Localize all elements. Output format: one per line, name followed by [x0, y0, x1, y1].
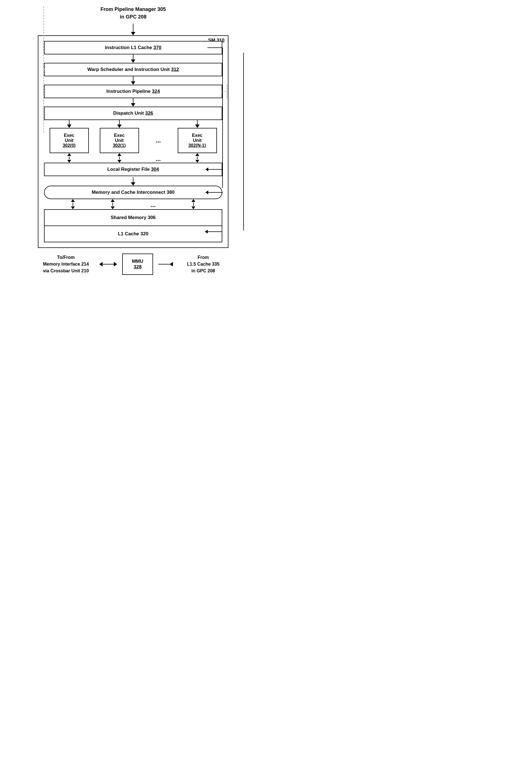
exec-bidir-arrows-row: ...	[44, 153, 222, 163]
warp-left-dashed	[44, 6, 44, 133]
arrow-pipeline-to-dispatch	[131, 98, 135, 106]
bidir-exec0-reg	[50, 153, 89, 163]
exec-unit-n-box: Exec Unit 302(N-1)	[178, 128, 217, 153]
bottom-left-label: To/From Memory Interface 214 via Crossba…	[38, 254, 94, 274]
memory-cache-interconnect-box: Memory and Cache Interconnect 380	[44, 186, 222, 199]
top-arrow-head	[131, 32, 135, 35]
instruction-cache-row: Instruction L1 Cache 370	[44, 41, 222, 55]
reg-right-arrow	[205, 167, 208, 171]
dots-spacer-exec-reg: ...	[150, 153, 167, 163]
interconnect-bidir-arrows: ...	[53, 199, 213, 209]
cache-right-line-v	[222, 48, 223, 188]
local-register-file-row: Local Register File 304	[44, 163, 222, 176]
mmu-right-line	[158, 264, 170, 265]
exec-unit-0-box: Exec Unit 302(0)	[50, 128, 89, 153]
arrow-warp-to-pipeline	[131, 76, 135, 85]
warp-left-gap	[44, 69, 47, 70]
mmu-right-arrow	[158, 262, 173, 267]
instruction-l1-cache-box: Instruction L1 Cache 370	[44, 41, 222, 55]
bidir-arrow-3	[192, 199, 196, 209]
dispatch-unit-row: Dispatch Unit 326	[44, 106, 222, 120]
instruction-pipeline-row: Instruction Pipeline 324	[44, 85, 222, 98]
arrow-cache-to-warp	[131, 55, 135, 63]
bottom-section: To/From Memory Interface 214 via Crossba…	[38, 254, 228, 275]
bottom-bidir-arrow	[99, 262, 117, 267]
sm-container: SM 310 Instruction L1 Cache 370	[38, 35, 228, 248]
reg-right-line-h	[207, 169, 223, 170]
top-label-line2: in GPC 208	[100, 13, 166, 21]
arrow-dispatch-execn	[178, 120, 217, 128]
mmu-arrow-left-icon	[170, 262, 173, 267]
l1-cache-box: L1 Cache 320	[45, 226, 222, 242]
interconnect-dots: ...	[151, 199, 156, 209]
exec-dots-bottom: ...	[150, 153, 167, 163]
arrow-right-icon	[114, 262, 117, 267]
page: From Pipeline Manager 305 in GPC 208 SM …	[27, 6, 240, 376]
bidir-arrow-2	[111, 199, 115, 209]
shared-l1-combined-box: Shared Memory 306 L1 Cache 320	[44, 209, 222, 242]
l1-right-h	[207, 231, 222, 232]
bidir-execn-reg	[178, 153, 217, 163]
exec-unit-1-box: Exec Unit 302(1)	[100, 128, 139, 153]
bidir-arrow-1	[71, 199, 75, 209]
exec-units-row: Exec Unit 302(0) Exec Unit 302(1) ... Ex…	[44, 128, 222, 153]
right-vertical-connector	[243, 53, 244, 231]
l1-right-arrow	[205, 230, 208, 234]
arrow-reg-to-interconnect	[131, 177, 135, 186]
bidir-h-line	[103, 264, 114, 265]
instruction-pipeline-box: Instruction Pipeline 324	[44, 85, 222, 98]
dots-spacer-top	[150, 120, 167, 128]
shared-memory-box: Shared Memory 306	[45, 210, 222, 226]
warp-scheduler-box: Warp Scheduler and Instruction Unit 312	[44, 63, 222, 76]
top-label: From Pipeline Manager 305 in GPC 208	[100, 6, 166, 21]
bottom-right-label: From L1.5 Cache 335 in GPC 208	[178, 254, 228, 274]
pipeline-right-dashed-h	[222, 92, 227, 92]
memory-interconnect-row: Memory and Cache Interconnect 380	[44, 186, 222, 199]
interconnect-right-h	[207, 192, 223, 193]
warp-scheduler-row: Warp Scheduler and Instruction Unit 312	[44, 63, 222, 76]
top-label-line1: From Pipeline Manager 305	[100, 6, 166, 13]
mmu-box: MMU 328	[122, 254, 153, 275]
arrow-dispatch-exec0	[50, 120, 89, 128]
exec-dots-middle: ...	[150, 137, 167, 144]
dispatch-arrows-row	[44, 120, 222, 128]
local-register-file-box: Local Register File 304	[44, 163, 222, 176]
dispatch-unit-box: Dispatch Unit 326	[44, 106, 222, 120]
bidir-exec1-reg	[100, 153, 139, 163]
arrow-left-icon	[99, 262, 103, 267]
diagram-inner: Instruction L1 Cache 370 Warp Scheduler …	[44, 41, 222, 242]
arrow-dispatch-exec1	[100, 120, 139, 128]
interconnect-right-arrow	[205, 190, 208, 194]
top-arrow-line	[133, 24, 133, 32]
cache-right-line-h	[207, 47, 223, 48]
